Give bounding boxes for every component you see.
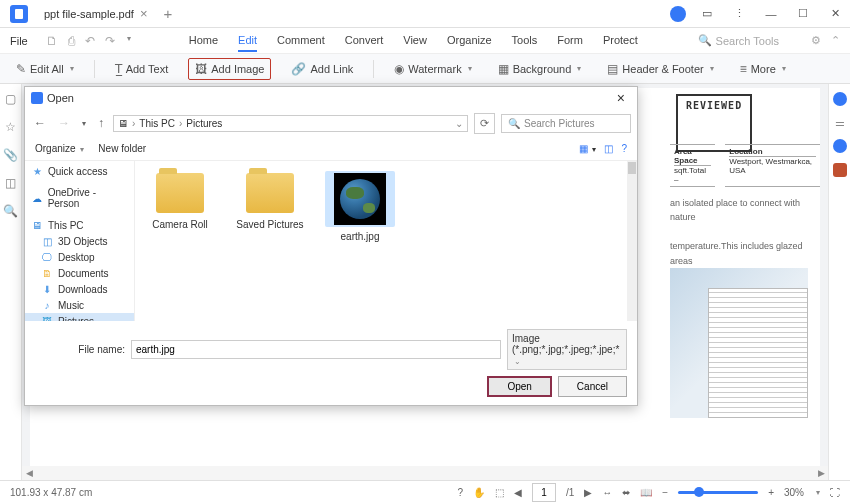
breadcrumb[interactable]: 🖥 › This PC › Pictures ⌄ <box>113 115 468 132</box>
next-page-icon[interactable]: ▶ <box>584 487 592 498</box>
chevron-down-icon[interactable]: ▾ <box>816 488 820 497</box>
sidebar-item-music[interactable]: ♪Music <box>25 297 134 313</box>
maximize-button[interactable]: ☐ <box>792 3 814 25</box>
attachments-icon[interactable]: 📎 <box>3 148 18 162</box>
background-button[interactable]: ▦ Background ▾ <box>492 59 588 79</box>
nav-back-icon[interactable]: ← <box>31 114 49 132</box>
scroll-left-icon[interactable]: ◀ <box>22 468 36 478</box>
fit-page-icon[interactable]: ⬌ <box>622 487 630 498</box>
dialog-close-button[interactable]: × <box>611 90 631 106</box>
tab-organize[interactable]: Organize <box>447 30 492 52</box>
save-icon[interactable]: 🗋 <box>46 34 58 48</box>
horizontal-scrollbar[interactable]: ◀ ▶ <box>22 466 828 480</box>
refresh-button[interactable]: ⟳ <box>474 113 495 134</box>
tab-home[interactable]: Home <box>189 30 218 52</box>
select-tool-icon[interactable]: ⬚ <box>495 487 504 498</box>
sidebar-item-pictures[interactable]: 🖼Pictures <box>25 313 134 321</box>
redo-icon[interactable]: ↷ <box>105 34 115 48</box>
help-icon[interactable]: ? <box>457 487 463 498</box>
sliders-icon[interactable]: ⚌ <box>835 116 845 129</box>
vertical-scrollbar[interactable] <box>627 161 637 321</box>
scroll-up-button[interactable] <box>628 162 636 174</box>
nav-history-icon[interactable]: ▾ <box>79 117 89 130</box>
user-avatar[interactable] <box>670 6 686 22</box>
tab-edit[interactable]: Edit <box>238 30 257 52</box>
ai-icon[interactable] <box>833 139 847 153</box>
bookmark-panel-icon[interactable]: ☆ <box>5 120 16 134</box>
preview-pane-button[interactable]: ◫ <box>604 143 613 154</box>
file-list[interactable]: Camera Roll Saved Pictures earth.jpg <box>135 161 637 321</box>
tab-convert[interactable]: Convert <box>345 30 384 52</box>
print-icon[interactable]: ⎙ <box>68 34 75 48</box>
sidebar-item-onedrive[interactable]: ☁OneDrive - Person <box>25 185 134 211</box>
add-text-button[interactable]: T̲ Add Text <box>109 59 175 79</box>
page-number-input[interactable] <box>532 483 556 502</box>
filetype-select[interactable]: Image (*.png;*.jpg;*.jpeg;*.jpe;* ⌄ <box>507 329 627 370</box>
organize-button[interactable]: Organize ▾ <box>35 143 84 154</box>
tab-form[interactable]: Form <box>557 30 583 52</box>
breadcrumb-dropdown-icon[interactable]: ⌄ <box>455 118 463 129</box>
sidebar-item-downloads[interactable]: ⬇Downloads <box>25 281 134 297</box>
sidebar-item-this-pc[interactable]: 🖥This PC <box>25 217 134 233</box>
file-item-folder[interactable]: Camera Roll <box>145 171 215 242</box>
search-input[interactable]: 🔍 Search Pictures <box>501 114 631 133</box>
watermark-button[interactable]: ◉ Watermark ▾ <box>388 59 477 79</box>
nav-up-icon[interactable]: ↑ <box>95 114 107 132</box>
breadcrumb-item[interactable]: Pictures <box>186 118 222 129</box>
more-button[interactable]: ≡ More ▾ <box>734 59 792 79</box>
documents-icon: 🗎 <box>41 267 53 279</box>
kebab-icon[interactable]: ⋮ <box>728 3 750 25</box>
doc-building-image <box>670 268 808 418</box>
prev-page-icon[interactable]: ◀ <box>514 487 522 498</box>
settings-icon[interactable]: ⚙ <box>811 34 821 47</box>
sidebar-item-desktop[interactable]: 🖵Desktop <box>25 249 134 265</box>
fit-width-icon[interactable]: ↔ <box>602 487 612 498</box>
sidebar-item-3d-objects[interactable]: ◫3D Objects <box>25 233 134 249</box>
zoom-slider[interactable] <box>678 491 758 494</box>
file-item-earth[interactable]: earth.jpg <box>325 171 395 242</box>
fullscreen-icon[interactable]: ⛶ <box>830 487 840 498</box>
header-footer-button[interactable]: ▤ Header & Footer ▾ <box>601 59 719 79</box>
layers-icon[interactable]: ◫ <box>5 176 16 190</box>
sidebar-item-quick-access[interactable]: ★Quick access <box>25 163 134 179</box>
file-item-folder[interactable]: Saved Pictures <box>235 171 305 242</box>
zoom-in-icon[interactable]: + <box>768 487 774 498</box>
file-menu[interactable]: File <box>10 35 28 47</box>
open-button[interactable]: Open <box>487 376 551 397</box>
word-export-icon[interactable] <box>833 92 847 106</box>
add-link-button[interactable]: 🔗 Add Link <box>285 59 359 79</box>
thumbnail-panel-icon[interactable]: ▢ <box>5 92 16 106</box>
breadcrumb-item[interactable]: This PC <box>139 118 175 129</box>
tab-protect[interactable]: Protect <box>603 30 638 52</box>
document-tab[interactable]: ppt file-sample.pdf × <box>34 2 157 25</box>
cancel-button[interactable]: Cancel <box>558 376 627 397</box>
add-tab-button[interactable]: + <box>163 5 172 22</box>
edit-all-button[interactable]: ✎ Edit All ▾ <box>10 59 80 79</box>
minimize-button[interactable]: — <box>760 3 782 25</box>
nav-forward-icon[interactable]: → <box>55 114 73 132</box>
close-window-button[interactable]: ✕ <box>824 3 846 25</box>
tab-comment[interactable]: Comment <box>277 30 325 52</box>
filename-input[interactable] <box>131 340 501 359</box>
zoom-level[interactable]: 30% <box>784 487 804 498</box>
search-tools[interactable]: 🔍 Search Tools <box>698 34 779 47</box>
new-folder-button[interactable]: New folder <box>98 143 146 154</box>
hand-tool-icon[interactable]: ✋ <box>473 487 485 498</box>
search-panel-icon[interactable]: 🔍 <box>3 204 18 218</box>
close-tab-icon[interactable]: × <box>140 6 148 21</box>
sidebar-item-documents[interactable]: 🗎Documents <box>25 265 134 281</box>
scroll-right-icon[interactable]: ▶ <box>814 468 828 478</box>
link-icon: 🔗 <box>291 62 306 76</box>
undo-icon[interactable]: ↶ <box>85 34 95 48</box>
office-icon[interactable] <box>833 163 847 177</box>
tab-view[interactable]: View <box>403 30 427 52</box>
collapse-ribbon-icon[interactable]: ⌃ <box>831 34 840 47</box>
help-button[interactable]: ? <box>621 143 627 154</box>
add-image-button[interactable]: 🖼 Add Image <box>188 58 271 80</box>
tab-tools[interactable]: Tools <box>512 30 538 52</box>
window-menu-icon[interactable]: ▭ <box>696 3 718 25</box>
qat-chevron-icon[interactable]: ▾ <box>127 34 131 48</box>
view-mode-button[interactable]: ▦ ▾ <box>579 143 597 154</box>
zoom-out-icon[interactable]: − <box>662 487 668 498</box>
reading-mode-icon[interactable]: 📖 <box>640 487 652 498</box>
